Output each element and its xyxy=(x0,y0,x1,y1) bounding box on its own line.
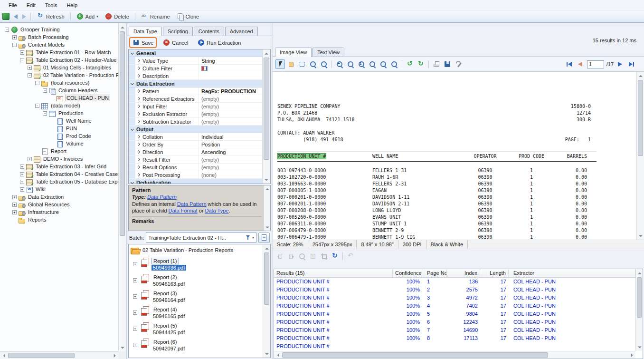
expand-icon[interactable] xyxy=(133,278,137,282)
scroll-down-icon[interactable] xyxy=(636,344,643,351)
property-value[interactable]: (empty) xyxy=(199,95,262,102)
help-scrollbar[interactable] xyxy=(264,185,270,231)
tab-contents[interactable]: Contents xyxy=(194,27,224,36)
tree-item[interactable]: Report xyxy=(0,147,118,155)
result-row[interactable]: PRODUCTION UNIT # 100% 7 14690 17 COL HE… xyxy=(274,326,635,334)
property-row[interactable]: Data Extraction xyxy=(129,80,262,87)
first-page-button[interactable] xyxy=(565,60,574,68)
property-row[interactable]: Post Processing (none) xyxy=(129,171,262,179)
property-value[interactable]: (none) xyxy=(199,171,262,178)
result-row[interactable]: PRODUCTION UNIT # 100% 3 4972 17 COL HEA… xyxy=(274,294,635,302)
rename-button[interactable]: Rename▾ xyxy=(138,12,173,21)
expand-icon[interactable] xyxy=(133,310,137,315)
zoom-actual-icon[interactable]: 1 xyxy=(357,59,366,69)
tab-data-type[interactable]: Data Type xyxy=(129,27,162,36)
tree-item[interactable]: Reports xyxy=(0,216,118,223)
tree-item[interactable]: Prod Code xyxy=(0,132,118,140)
refresh-view-icon[interactable] xyxy=(330,252,340,261)
expand-icon[interactable] xyxy=(133,343,137,347)
expand-icon[interactable]: - xyxy=(20,58,24,62)
expand-icon[interactable]: + xyxy=(28,66,32,70)
tree-item[interactable]: + Table Extraction 01 - Row Match xyxy=(0,49,118,56)
property-row[interactable]: Result Filter (empty) xyxy=(129,156,262,164)
expand-icon[interactable] xyxy=(133,262,137,266)
expand-icon[interactable]: + xyxy=(12,195,17,199)
batch-document-item[interactable]: Report (3)50946164.pdf xyxy=(129,289,263,305)
rotate-right-icon[interactable] xyxy=(416,59,426,69)
tools-icon[interactable] xyxy=(454,59,463,69)
expand-icon[interactable]: - xyxy=(5,28,9,32)
scroll-right-icon[interactable] xyxy=(111,352,118,359)
tree-item[interactable]: + Table Extraction 05 - Database Expor xyxy=(0,178,118,185)
scroll-up-icon[interactable] xyxy=(637,72,644,79)
magnifier-icon[interactable] xyxy=(319,59,329,69)
tab-image-view[interactable]: Image View xyxy=(275,48,312,57)
tree-item[interactable]: + Batch Processing xyxy=(0,33,118,41)
scroll-left-icon[interactable] xyxy=(0,352,7,359)
results-horizontal-scrollbar[interactable] xyxy=(274,351,635,359)
zoom-width-icon[interactable] xyxy=(379,59,388,69)
back-button[interactable] xyxy=(12,13,19,20)
expand-icon[interactable]: - xyxy=(43,88,47,93)
tree-item[interactable]: + Wiki xyxy=(0,185,118,193)
data-pattern-link[interactable]: Data Pattern xyxy=(147,194,177,200)
expand-icon[interactable]: + xyxy=(20,50,24,55)
previous-page-button[interactable] xyxy=(576,60,585,68)
run-extraction-button[interactable]: Run Extraction xyxy=(194,37,244,48)
help-remarks-label[interactable]: Remarks xyxy=(132,216,262,224)
property-value[interactable] xyxy=(199,65,262,72)
property-row[interactable]: Result Options (empty) xyxy=(129,164,262,171)
tree-item[interactable]: Well Name xyxy=(0,117,118,125)
tree-item[interactable]: COL HEAD - PUN xyxy=(0,94,118,102)
column-header-index[interactable]: Index xyxy=(447,269,480,277)
property-value[interactable]: Ascending xyxy=(199,148,262,155)
scroll-up-icon[interactable] xyxy=(263,244,270,252)
result-row[interactable]: PRODUCTION UNIT # 100% 5 9804 17 COL HEA… xyxy=(274,310,635,318)
rotate-left-icon[interactable] xyxy=(405,59,415,69)
scroll-up-icon[interactable] xyxy=(263,49,270,57)
property-row[interactable]: Pattern RegEx: PRODUCTION xyxy=(129,87,262,95)
property-value[interactable]: (empty) xyxy=(199,156,262,163)
menu-item[interactable]: File xyxy=(4,1,22,10)
property-row[interactable]: Subtraction Extractor (empty) xyxy=(129,118,262,126)
pan-icon[interactable] xyxy=(286,59,296,69)
expand-icon[interactable]: - xyxy=(35,104,39,108)
zoom-fit-icon[interactable] xyxy=(368,59,377,69)
property-value[interactable]: (empty) xyxy=(199,110,262,117)
expand-icon[interactable]: - xyxy=(43,111,47,116)
page-number-input[interactable] xyxy=(587,60,604,68)
property-value[interactable]: (empty) xyxy=(199,164,262,171)
result-row[interactable]: PRODUCTION UNIT # 100% 1 136 17 COL HEAD… xyxy=(274,278,635,286)
expand-icon[interactable]: + xyxy=(12,210,17,214)
help-text[interactable]: Data Format xyxy=(168,208,197,213)
expand-icon[interactable]: - xyxy=(35,81,39,85)
expand-icon[interactable]: + xyxy=(12,35,17,39)
add-button[interactable]: Add▾ xyxy=(74,12,102,21)
tree-item[interactable]: - Grooper Training xyxy=(0,26,118,33)
tree-item[interactable]: PUN xyxy=(0,125,118,132)
scroll-down-icon[interactable] xyxy=(263,350,270,358)
menu-item[interactable]: Help xyxy=(62,1,82,10)
tree-horizontal-scrollbar[interactable] xyxy=(0,351,118,359)
expand-icon[interactable] xyxy=(133,327,137,331)
batch-folder-item[interactable]: 02 Table Variation - Production Reports xyxy=(129,244,270,256)
property-grid-scrollbar[interactable] xyxy=(262,49,270,184)
view-document-button[interactable] xyxy=(258,233,270,243)
select-region-icon[interactable] xyxy=(297,59,307,69)
expand-icon[interactable] xyxy=(133,294,137,299)
result-row[interactable]: PRODUCTION UNIT # xyxy=(274,342,635,350)
expand-icon[interactable]: + xyxy=(12,203,17,207)
tree-item[interactable]: + 01 Missing Cells - Intangibles xyxy=(0,64,118,71)
property-row[interactable]: Description xyxy=(129,72,262,80)
batch-document-item[interactable]: Report (5)50944425.pdf xyxy=(129,321,263,338)
zoom-out-icon[interactable]: - xyxy=(346,59,355,69)
save-image-icon[interactable] xyxy=(443,59,452,69)
zoom-selection-icon[interactable] xyxy=(389,59,399,69)
expand-icon[interactable]: + xyxy=(28,157,32,161)
last-page-button[interactable] xyxy=(627,60,635,68)
expand-icon[interactable]: + xyxy=(20,172,24,176)
result-row[interactable]: PRODUCTION UNIT # 100% 6 12243 17 COL HE… xyxy=(274,318,635,326)
property-row[interactable]: Culture Filter xyxy=(129,65,262,72)
expand-icon[interactable]: - xyxy=(12,43,17,47)
menu-item[interactable]: Tools xyxy=(40,1,62,10)
